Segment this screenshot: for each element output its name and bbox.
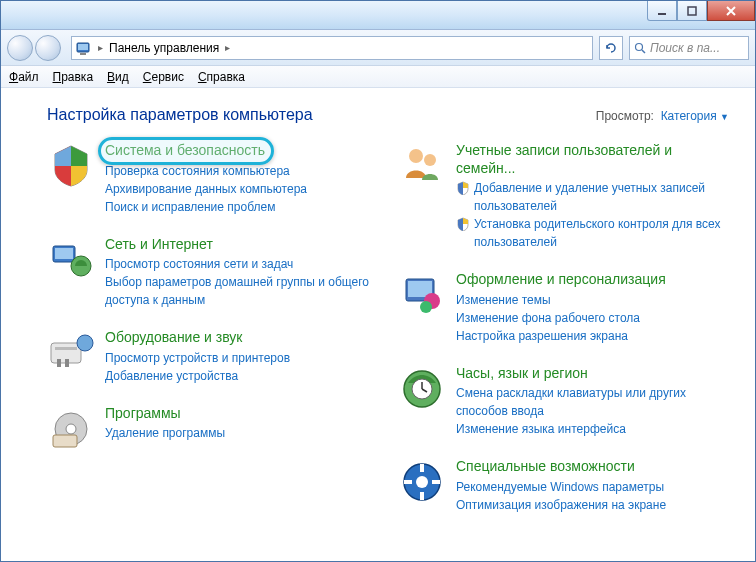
- sublinks: Просмотр состояния сети и задачВыбор пар…: [105, 255, 378, 309]
- breadcrumb-label[interactable]: Панель управления: [109, 41, 219, 55]
- sublinks: Рекомендуемые Windows параметрыОптимизац…: [456, 478, 729, 514]
- category-body: Учетные записи пользователей и семейн...…: [456, 142, 729, 251]
- search-icon: [634, 42, 646, 54]
- sublink[interactable]: Оптимизация изображения на экране: [456, 496, 666, 514]
- category-title-link[interactable]: Учетные записи пользователей и семейн...: [456, 142, 672, 176]
- category-title-link[interactable]: Программы: [105, 405, 181, 421]
- category-users: Учетные записи пользователей и семейн...…: [398, 142, 729, 251]
- breadcrumb[interactable]: ▸ Панель управления ▸: [71, 36, 593, 60]
- svg-point-5: [636, 43, 643, 50]
- menu-file[interactable]: Файл: [9, 70, 39, 84]
- sublink[interactable]: Добавление и удаление учетных записей по…: [474, 179, 729, 215]
- sublink[interactable]: Удаление программы: [105, 424, 225, 442]
- sublinks: Смена раскладки клавиатуры или других сп…: [456, 384, 729, 438]
- back-button[interactable]: [7, 35, 33, 61]
- control-panel-window: ▸ Панель управления ▸ Поиск в па... Файл…: [0, 0, 756, 562]
- network-icon: [47, 236, 95, 284]
- page-title: Настройка параметров компьютера: [47, 106, 313, 124]
- category-title-link[interactable]: Система и безопасность: [105, 142, 265, 158]
- svg-rect-3: [78, 44, 88, 50]
- view-by-label: Просмотр:: [596, 109, 654, 123]
- breadcrumb-arrow: ▸: [223, 42, 232, 53]
- category-body: Специальные возможностиРекомендуемые Win…: [456, 458, 729, 514]
- category-title-link[interactable]: Специальные возможности: [456, 458, 635, 474]
- sublink[interactable]: Изменение языка интерфейса: [456, 420, 626, 438]
- sublinks: Удаление программы: [105, 424, 378, 442]
- categories-right: Учетные записи пользователей и семейн...…: [398, 142, 729, 514]
- view-by-value[interactable]: Категория: [661, 109, 717, 123]
- sublink[interactable]: Добавление устройства: [105, 367, 238, 385]
- sublink[interactable]: Архивирование данных компьютера: [105, 180, 307, 198]
- sublinks: Изменение темыИзменение фона рабочего ст…: [456, 291, 729, 345]
- category-body: Оборудование и звукПросмотр устройств и …: [105, 329, 378, 385]
- svg-rect-4: [80, 53, 86, 55]
- menu-edit[interactable]: Правка: [53, 70, 94, 84]
- breadcrumb-arrow: ▸: [96, 42, 105, 53]
- programs-icon: [47, 405, 95, 453]
- control-panel-icon: [76, 40, 92, 56]
- users-icon: [398, 142, 446, 190]
- sublink[interactable]: Изменение фона рабочего стола: [456, 309, 640, 327]
- maximize-button[interactable]: [677, 1, 707, 21]
- category-title-link[interactable]: Часы, язык и регион: [456, 365, 588, 381]
- titlebar: [1, 1, 755, 30]
- category-title-link[interactable]: Оформление и персонализация: [456, 271, 666, 287]
- categories-left: Система и безопасностьПроверка состояния…: [47, 142, 378, 514]
- sublink[interactable]: Поиск и исправление проблем: [105, 198, 275, 216]
- menubar: Файл Правка Вид Сервис Справка: [1, 66, 755, 88]
- sublink[interactable]: Рекомендуемые Windows параметры: [456, 478, 664, 496]
- category-body: Система и безопасностьПроверка состояния…: [105, 142, 378, 216]
- category-accessibility: Специальные возможностиРекомендуемые Win…: [398, 458, 729, 514]
- nav-buttons: [7, 34, 65, 62]
- sublink[interactable]: Настройка разрешения экрана: [456, 327, 628, 345]
- sublink[interactable]: Выбор параметров домашней группы и общег…: [105, 273, 378, 309]
- hardware-icon: [47, 329, 95, 377]
- shield-icon: [456, 181, 470, 195]
- view-by: Просмотр: Категория ▼: [596, 109, 729, 123]
- shield-icon: [456, 217, 470, 231]
- category-title-link[interactable]: Оборудование и звук: [105, 329, 243, 345]
- system-security-icon: [47, 142, 95, 190]
- menu-help[interactable]: Справка: [198, 70, 245, 84]
- category-title-link[interactable]: Сеть и Интернет: [105, 236, 213, 252]
- sublink[interactable]: Просмотр устройств и принтеров: [105, 349, 290, 367]
- window-controls: [647, 1, 755, 21]
- forward-button[interactable]: [35, 35, 61, 61]
- content-header: Настройка параметров компьютера Просмотр…: [47, 106, 729, 124]
- accessibility-icon: [398, 458, 446, 506]
- category-body: Оформление и персонализацияИзменение тем…: [456, 271, 729, 345]
- sublinks: Проверка состояния компьютераАрхивирован…: [105, 162, 378, 216]
- category-clock: Часы, язык и регионСмена раскладки клави…: [398, 365, 729, 439]
- category-body: Сеть и ИнтернетПросмотр состояния сети и…: [105, 236, 378, 310]
- sublink[interactable]: Смена раскладки клавиатуры или других сп…: [456, 384, 729, 420]
- category-body: Часы, язык и регионСмена раскладки клави…: [456, 365, 729, 439]
- sublink[interactable]: Проверка состояния компьютера: [105, 162, 290, 180]
- menu-tools[interactable]: Сервис: [143, 70, 184, 84]
- refresh-button[interactable]: [599, 36, 623, 60]
- categories: Система и безопасностьПроверка состояния…: [47, 142, 729, 514]
- sublinks: Просмотр устройств и принтеровДобавление…: [105, 349, 378, 385]
- address-bar: ▸ Панель управления ▸ Поиск в па...: [1, 30, 755, 66]
- chevron-down-icon: ▼: [720, 112, 729, 122]
- menu-view[interactable]: Вид: [107, 70, 129, 84]
- appearance-icon: [398, 271, 446, 319]
- search-input[interactable]: Поиск в па...: [629, 36, 749, 60]
- svg-line-6: [642, 50, 645, 53]
- sublink[interactable]: Изменение темы: [456, 291, 551, 309]
- close-button[interactable]: [707, 1, 755, 21]
- search-placeholder: Поиск в па...: [650, 41, 720, 55]
- category-appearance: Оформление и персонализацияИзменение тем…: [398, 271, 729, 345]
- sublinks: Добавление и удаление учетных записей по…: [456, 179, 729, 251]
- minimize-button[interactable]: [647, 1, 677, 21]
- category-hardware: Оборудование и звукПросмотр устройств и …: [47, 329, 378, 385]
- svg-rect-0: [658, 13, 666, 15]
- sublink[interactable]: Просмотр состояния сети и задач: [105, 255, 293, 273]
- category-system-security: Система и безопасностьПроверка состояния…: [47, 142, 378, 216]
- content-area: Настройка параметров компьютера Просмотр…: [1, 88, 755, 561]
- category-network: Сеть и ИнтернетПросмотр состояния сети и…: [47, 236, 378, 310]
- clock-icon: [398, 365, 446, 413]
- sublink[interactable]: Установка родительского контроля для все…: [474, 215, 729, 251]
- svg-rect-1: [688, 7, 696, 15]
- category-body: ПрограммыУдаление программы: [105, 405, 378, 453]
- category-programs: ПрограммыУдаление программы: [47, 405, 378, 453]
